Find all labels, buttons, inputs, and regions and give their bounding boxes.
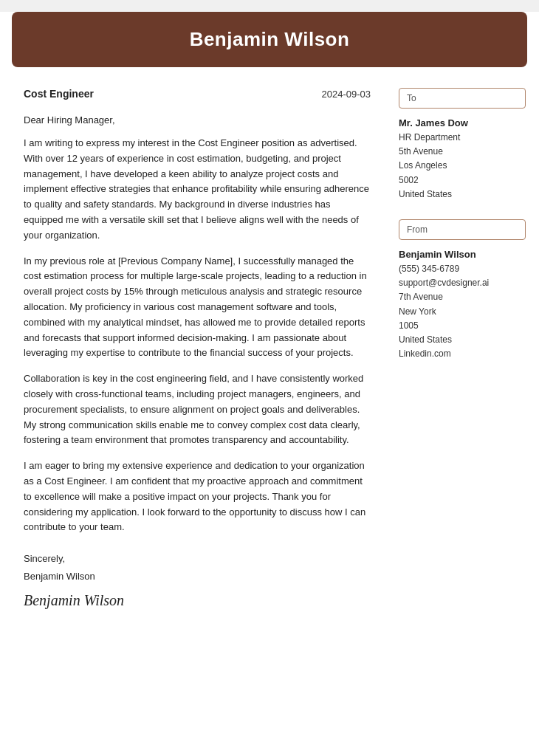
paragraph-1: I am writing to express my interest in t… <box>24 136 371 244</box>
from-line1: 7th Avenue <box>399 290 526 304</box>
to-line2: 5th Avenue <box>399 145 526 159</box>
from-line4: United States <box>399 333 526 347</box>
to-line4: 5002 <box>399 173 526 188</box>
from-label-box: From <box>399 219 526 240</box>
to-label-box: To <box>399 88 526 109</box>
from-name: Benjamin Wilson <box>399 249 526 260</box>
from-label: From <box>407 224 428 235</box>
left-content: Cost Engineer 2024-09-03 Dear Hiring Man… <box>0 67 391 630</box>
from-email: support@cvdesigner.ai <box>399 276 526 290</box>
signature: Benjamin Wilson <box>24 592 371 609</box>
to-line5: United States <box>399 188 526 202</box>
page: Benjamin Wilson Cost Engineer 2024-09-03… <box>0 12 539 756</box>
to-label: To <box>407 93 416 103</box>
from-line2: New York <box>399 305 526 319</box>
from-phone: (555) 345-6789 <box>399 262 526 276</box>
to-address-block: Mr. James Dow HR Department 5th Avenue L… <box>399 117 526 202</box>
salutation: Dear Hiring Manager, <box>24 114 371 126</box>
to-line1: HR Department <box>399 131 526 145</box>
paragraph-2: In my previous role at [Previous Company… <box>24 254 371 362</box>
date: 2024-09-03 <box>322 89 371 100</box>
closing-text: Sincerely,Benjamin Wilson <box>24 553 95 581</box>
from-line3: 1005 <box>399 319 526 333</box>
header-name: Benjamin Wilson <box>190 28 350 50</box>
job-title-row: Cost Engineer 2024-09-03 <box>24 88 371 100</box>
right-sidebar: To Mr. James Dow HR Department 5th Avenu… <box>391 67 539 630</box>
header: Benjamin Wilson <box>12 12 527 67</box>
from-line5: Linkedin.com <box>399 347 526 361</box>
to-name: Mr. James Dow <box>399 117 526 128</box>
from-address-block: Benjamin Wilson (555) 345-6789 support@c… <box>399 249 526 361</box>
paragraph-3: Collaboration is key in the cost enginee… <box>24 371 371 448</box>
to-line3: Los Angeles <box>399 159 526 173</box>
closing: Sincerely,Benjamin Wilson <box>24 550 371 585</box>
main-layout: Cost Engineer 2024-09-03 Dear Hiring Man… <box>0 67 539 630</box>
paragraph-4: I am eager to bring my extensive experie… <box>24 458 371 535</box>
job-title: Cost Engineer <box>24 88 94 100</box>
